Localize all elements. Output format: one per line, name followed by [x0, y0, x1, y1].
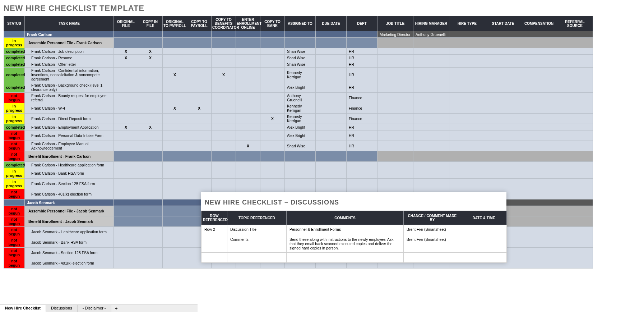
checkbox-cell[interactable]: X [138, 124, 163, 130]
checkbox-cell[interactable] [236, 162, 260, 168]
checkbox-cell[interactable] [236, 179, 260, 189]
ext-cell[interactable] [521, 103, 557, 114]
task-cell[interactable]: Jacob Senmark - Healthcare application f… [25, 227, 114, 237]
table-row[interactable]: in progressFrank Carlson - W-4XXKennedy … [4, 103, 593, 114]
checkbox-cell[interactable] [138, 206, 163, 216]
table-row[interactable]: completedFrank Carlson - Job description… [4, 48, 593, 55]
ext-cell[interactable] [485, 82, 521, 93]
ext-cell[interactable] [557, 48, 593, 55]
column-header[interactable]: STATUS [4, 16, 25, 31]
ext-cell[interactable] [557, 124, 593, 130]
ext-cell[interactable] [521, 179, 557, 189]
checkbox-cell[interactable]: X [163, 103, 187, 114]
checkbox-cell[interactable] [187, 130, 212, 141]
checkbox-cell[interactable] [260, 162, 285, 168]
checkbox-cell[interactable] [236, 151, 260, 162]
ext-cell[interactable] [521, 206, 557, 216]
assigned-cell[interactable]: Shari Wise [285, 48, 316, 55]
dept-cell[interactable]: HR [347, 141, 377, 151]
ext-cell[interactable] [413, 55, 449, 61]
checkbox-cell[interactable] [163, 199, 187, 206]
dept-cell[interactable]: Finance [347, 114, 377, 124]
table-row[interactable]: in progressFrank Carlson - Section 125 F… [4, 179, 593, 189]
task-cell[interactable]: Jacob Senmark - Bank HSA form [25, 237, 114, 248]
task-cell[interactable]: Frank Carlson - Bank HSA form [25, 168, 114, 179]
ext-cell[interactable] [521, 114, 557, 124]
ext-cell[interactable] [449, 68, 485, 82]
checkbox-cell[interactable] [236, 48, 260, 55]
checkbox-cell[interactable] [187, 48, 212, 55]
checkbox-cell[interactable] [236, 82, 260, 93]
checkbox-cell[interactable] [163, 61, 187, 68]
dept-cell[interactable] [347, 31, 377, 38]
status-cell[interactable]: completed [4, 82, 25, 93]
disc-column-header[interactable]: DATE & TIME [461, 211, 507, 225]
checkbox-cell[interactable] [138, 151, 163, 162]
ext-cell[interactable] [485, 103, 521, 114]
checkbox-cell[interactable] [163, 189, 187, 199]
ext-cell[interactable] [377, 168, 413, 179]
sheet-tab[interactable]: New Hire Checklist [0, 305, 46, 312]
checkbox-cell[interactable] [187, 93, 212, 103]
checkbox-cell[interactable] [163, 168, 187, 179]
status-cell[interactable]: completed [4, 55, 25, 61]
checkbox-cell[interactable] [212, 82, 236, 93]
checkbox-cell[interactable] [212, 55, 236, 61]
disc-cell-row[interactable]: Row 2 [201, 225, 227, 235]
checkbox-cell[interactable] [138, 179, 163, 189]
checkbox-cell[interactable] [236, 103, 260, 114]
checkbox-cell[interactable] [138, 103, 163, 114]
checkbox-cell[interactable] [114, 206, 138, 216]
due-cell[interactable] [316, 168, 347, 179]
ext-cell[interactable] [449, 31, 485, 38]
checkbox-cell[interactable]: X [187, 103, 212, 114]
ext-cell[interactable] [485, 38, 521, 48]
ext-cell[interactable] [485, 151, 521, 162]
checkbox-cell[interactable] [163, 248, 187, 258]
checkbox-cell[interactable] [163, 258, 187, 269]
checkbox-cell[interactable] [212, 114, 236, 124]
ext-cell[interactable]: Marketing Director [377, 31, 413, 38]
table-row[interactable]: in progressFrank Carlson - Direct Deposi… [4, 114, 593, 124]
dept-cell[interactable] [347, 151, 377, 162]
status-cell[interactable]: completed [4, 68, 25, 82]
checkbox-cell[interactable] [212, 151, 236, 162]
checkbox-cell[interactable] [260, 130, 285, 141]
checkbox-cell[interactable] [212, 48, 236, 55]
ext-cell[interactable] [449, 103, 485, 114]
ext-cell[interactable] [557, 114, 593, 124]
ext-cell[interactable] [557, 206, 593, 216]
checkbox-cell[interactable] [114, 237, 138, 248]
checkbox-cell[interactable] [114, 151, 138, 162]
ext-cell[interactable] [377, 141, 413, 151]
ext-cell[interactable] [557, 248, 593, 258]
checkbox-cell[interactable] [212, 124, 236, 130]
status-cell[interactable]: not begun [4, 216, 25, 227]
dept-cell[interactable]: HR [347, 124, 377, 130]
checkbox-cell[interactable] [114, 168, 138, 179]
ext-cell[interactable] [485, 61, 521, 68]
checkbox-cell[interactable] [212, 141, 236, 151]
checkbox-cell[interactable]: X [236, 141, 260, 151]
checkbox-cell[interactable] [212, 168, 236, 179]
status-cell[interactable]: not begun [4, 248, 25, 258]
table-row[interactable]: in progressFrank Carlson - Bank HSA form [4, 168, 593, 179]
task-cell[interactable]: Frank Carlson - Employment Application [25, 124, 114, 130]
checkbox-cell[interactable] [260, 31, 285, 38]
add-sheet-button[interactable]: + [111, 306, 121, 311]
task-cell[interactable]: Jacob Senmark - Section 125 FSA form [25, 248, 114, 258]
task-cell[interactable]: Frank Carlson - Offer letter [25, 61, 114, 68]
table-row[interactable]: not begunFrank Carlson - Employee Manual… [4, 141, 593, 151]
task-cell[interactable]: Frank Carlson [25, 31, 114, 38]
ext-cell[interactable] [413, 93, 449, 103]
disc-cell-topic[interactable]: Comments [227, 235, 287, 253]
status-cell[interactable]: completed [4, 124, 25, 130]
table-row[interactable]: completedFrank Carlson - Confidential in… [4, 68, 593, 82]
ext-cell[interactable] [521, 199, 557, 206]
checkbox-cell[interactable] [187, 141, 212, 151]
due-cell[interactable] [316, 141, 347, 151]
checkbox-cell[interactable] [138, 61, 163, 68]
dept-cell[interactable]: HR [347, 68, 377, 82]
ext-cell[interactable] [377, 82, 413, 93]
checkbox-cell[interactable] [138, 141, 163, 151]
